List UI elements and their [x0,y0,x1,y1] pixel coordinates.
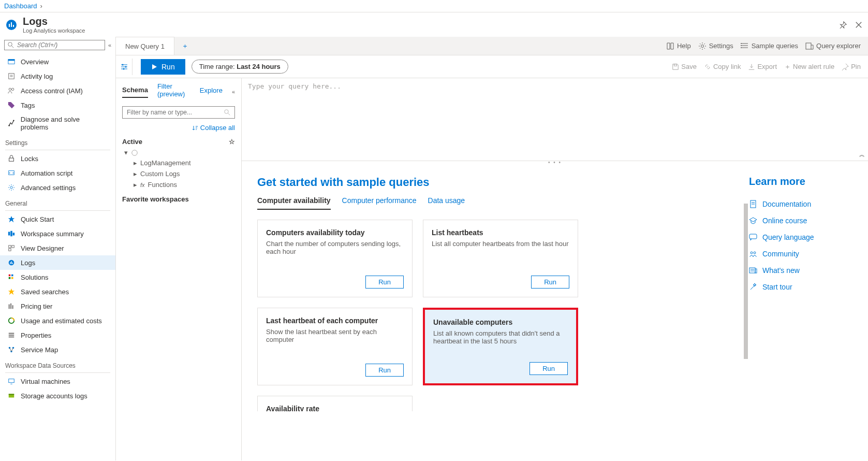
svg-rect-29 [11,275,13,277]
editor-pane: Type your query here... ︽ • • • Get star… [242,78,868,460]
nav-advanced-settings[interactable]: Advanced settings [0,180,115,195]
export-button[interactable]: Export [748,63,777,70]
new-alert-button[interactable]: ＋New alert rule [784,62,834,71]
run-button[interactable]: Run [141,59,185,75]
nav-tags[interactable]: Tags [0,98,115,112]
nav-storage-logs[interactable]: Storage accounts logs [0,388,115,403]
plus-icon: ＋ [784,62,791,71]
pin-icon [842,63,849,70]
diagnose-icon [7,119,16,127]
nav-search-input[interactable] [17,41,101,49]
nav-usage-costs[interactable]: Usage and estimated costs [0,313,115,328]
nav-automation-script[interactable]: Automation script [0,166,115,180]
svg-rect-15 [9,158,14,161]
card-run-button[interactable]: Run [365,364,404,377]
svg-rect-22 [12,246,14,248]
pricing-icon [7,302,16,310]
svg-rect-70 [749,268,755,273]
nav-section-settings: Settings [0,134,115,149]
gear-icon [698,42,707,50]
tree-node-logmanagement[interactable]: ▸LogManagement [122,157,235,168]
card-desc: Chart the number of computers sending lo… [266,240,404,270]
nav-quick-start[interactable]: Quick Start [0,212,115,226]
svg-point-17 [10,186,12,189]
favorite-star-icon[interactable]: ☆ [229,138,235,146]
nav-saved-searches[interactable]: Saved searches [0,284,115,299]
svg-rect-28 [9,275,11,277]
schema-tab-schema[interactable]: Schema [122,86,148,98]
collapse-nav-icon[interactable]: « [108,42,111,48]
card-run-button[interactable]: Run [365,276,404,289]
nav-diagnose[interactable]: Diagnose and solve problems [0,112,115,134]
svg-point-12 [11,88,13,90]
sample-tab-datausage[interactable]: Data usage [428,196,465,210]
collapse-schema-icon[interactable]: « [232,89,235,95]
nav-workspace-summary[interactable]: Workspace summary [0,226,115,241]
query-explorer-button[interactable]: Query explorer [805,42,861,50]
card-run-button[interactable]: Run [529,362,568,375]
summary-icon [7,229,16,238]
expand-editor-icon[interactable]: ︽ [859,151,865,159]
sample-queries-button[interactable]: Sample queries [741,42,798,50]
svg-rect-31 [11,277,13,279]
schema-filter[interactable] [122,106,235,119]
nav-pricing-tier[interactable]: Pricing tier [0,299,115,313]
query-tab-1[interactable]: New Query 1 [116,37,174,55]
nav-access-control[interactable]: Access control (IAM) [0,83,115,98]
nav-activity-log[interactable]: Activity log [0,69,115,83]
nav-locks[interactable]: Locks [0,151,115,166]
svg-rect-19 [10,231,12,237]
svg-rect-33 [10,304,11,309]
tree-favorite-workspaces[interactable]: Favorite workspaces [122,190,235,205]
explorer-icon [805,42,814,50]
chevron-right-icon: ▸ [134,181,137,189]
new-tab-button[interactable]: ＋ [174,37,196,55]
time-range-picker[interactable]: Time range: Last 24 hours [192,60,288,74]
nav-overview[interactable]: Overview [0,54,115,69]
nav-search[interactable] [4,40,105,50]
settings-button[interactable]: Settings [698,42,733,50]
resize-handle[interactable]: • • • [242,161,868,165]
nav-service-map[interactable]: Service Map [0,342,115,357]
workspace-icon [131,149,138,156]
card-run-button[interactable]: Run [531,276,569,289]
save-button[interactable]: Save [672,63,697,70]
pin-icon[interactable] [839,21,847,29]
svg-rect-8 [9,74,14,79]
copy-link-button[interactable]: Copy link [704,63,741,70]
schema-tab-filter[interactable]: Filter (preview) [157,82,190,101]
nav-properties[interactable]: Properties [0,328,115,342]
tree-node-functions[interactable]: ▸fxFunctions [122,179,235,190]
help-button[interactable]: Help [666,42,691,50]
svg-rect-34 [12,305,13,309]
schema-tab-explore[interactable]: Explore [200,87,223,97]
scrollbar-thumb[interactable] [744,204,748,359]
svg-point-51 [741,45,742,46]
schema-filter-input[interactable] [127,109,224,116]
pin-button[interactable]: Pin [842,63,861,70]
sample-tab-performance[interactable]: Computer performance [342,196,417,210]
nav-logs[interactable]: Logs [0,255,115,270]
learn-heading: Learn more [749,176,852,188]
sample-tab-availability[interactable]: Computer availability [257,196,331,210]
nav-view-designer[interactable]: View Designer [0,241,115,255]
card-title: Unavailable computers [433,318,568,326]
learn-online-course[interactable]: Online course [749,212,852,229]
query-editor[interactable]: Type your query here... ︽ [242,78,868,161]
card-desc: List all computer heartbeats from the la… [432,240,569,270]
query-options-button[interactable] [116,59,133,75]
learn-community[interactable]: Community [749,246,852,262]
learn-query-language[interactable]: Query language [749,229,852,246]
learn-start-tour[interactable]: Start tour [749,279,852,295]
page-header: Logs Log Analytics workspace [0,12,868,37]
tree-workspace-node[interactable]: ▾ [122,148,235,157]
collapse-all-button[interactable]: Collapse all [116,124,241,132]
svg-point-46 [701,45,703,47]
tree-node-customlogs[interactable]: ▸Custom Logs [122,168,235,179]
learn-whats-new[interactable]: What's new [749,262,852,279]
close-icon[interactable] [855,21,863,29]
nav-virtual-machines[interactable]: Virtual machines [0,374,115,388]
breadcrumb-root[interactable]: Dashboard [4,2,37,10]
nav-solutions[interactable]: Solutions [0,270,115,284]
learn-documentation[interactable]: Documentation [749,196,852,212]
